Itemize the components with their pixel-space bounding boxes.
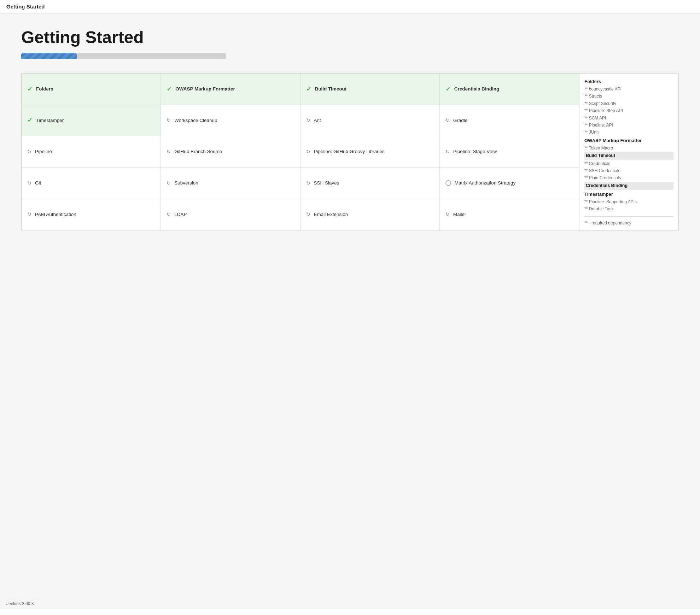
check-icon: ✓ [167, 85, 172, 93]
plugin-cell-mailer[interactable]: ↻Mailer [440, 199, 579, 230]
plugin-cell-matrix-auth[interactable]: Matrix Authorization Strategy [440, 168, 579, 199]
plugin-name: Build Timeout [315, 86, 347, 92]
sidebar-dep: ** Credentials [584, 160, 673, 167]
sync-icon: ↻ [167, 180, 171, 186]
page-title: Getting Started [21, 28, 679, 47]
footer: Jenkins 2.60.3 [0, 598, 700, 609]
check-icon: ✓ [27, 116, 33, 124]
sidebar-dep: ** Structs [584, 93, 673, 100]
check-icon: ✓ [27, 85, 33, 93]
plugin-cell-pipeline-stage-view[interactable]: ↻Pipeline: Stage View [440, 136, 579, 168]
sidebar-dep: ** Pipeline: Step API [584, 107, 673, 114]
header-title: Getting Started [6, 4, 45, 10]
plugin-name: SSH Slaves [314, 180, 339, 186]
sync-icon: ↻ [445, 149, 450, 154]
sidebar-dep: ** Pipeline: API [584, 122, 673, 129]
plugin-cell-build-timeout[interactable]: ✓Build Timeout [301, 74, 440, 105]
main-content: Getting Started ✓Folders✓OWASP Markup Fo… [0, 13, 700, 598]
sync-icon: ↻ [167, 211, 171, 217]
plugin-cell-owasp[interactable]: ✓OWASP Markup Formatter [161, 74, 300, 105]
plugin-cell-subversion[interactable]: ↻Subversion [161, 168, 300, 199]
sidebar-dep: ** Plain Credentials [584, 174, 673, 181]
plugin-name: Workspace Cleanup [174, 117, 217, 124]
plugin-cell-ssh-slaves[interactable]: ↻SSH Slaves [301, 168, 440, 199]
plugin-cell-pipeline-github-groovy[interactable]: ↻Pipeline: GitHub Groovy Libraries [301, 136, 440, 168]
plugin-name: PAM Authentication [35, 211, 76, 218]
plugin-name: Pipeline: GitHub Groovy Libraries [314, 148, 385, 155]
plugin-name: OWASP Markup Formatter [175, 86, 235, 92]
sidebar-section-header: Folders [584, 78, 673, 86]
sidebar-dep: ** Pipeline: Supporting APIs [584, 198, 673, 205]
plugin-cell-credentials-binding[interactable]: ✓Credentials Binding [440, 74, 579, 105]
plugin-cell-pipeline[interactable]: ↻Pipeline [22, 136, 161, 168]
sidebar-dep: ** Script Security [584, 100, 673, 107]
plugin-cell-folders[interactable]: ✓Folders [22, 74, 161, 105]
sync-icon: ↻ [167, 117, 171, 123]
plugin-cell-gradle[interactable]: ↻Gradle [440, 105, 579, 136]
plugin-cell-ldap[interactable]: ↻LDAP [161, 199, 300, 230]
sync-icon: ↻ [306, 211, 310, 217]
plugin-name: Credentials Binding [454, 86, 500, 92]
version-label: Jenkins 2.60.3 [6, 601, 34, 606]
plugin-name: Matrix Authorization Strategy [455, 180, 516, 186]
sidebar-note: ** - required dependency [584, 216, 673, 227]
plugin-area: ✓Folders✓OWASP Markup Formatter✓Build Ti… [21, 73, 679, 230]
sidebar-dep: ** bouncycastle API [584, 86, 673, 93]
plugin-name: Git [35, 180, 41, 186]
sidebar-section-header: OWASP Markup Formatter [584, 137, 673, 145]
sidebar-dep: ** SSH Credentials [584, 167, 673, 174]
progress-bar-fill [21, 53, 77, 59]
plugin-cell-workspace-cleanup[interactable]: ↻Workspace Cleanup [161, 105, 300, 136]
sidebar-dep: ** SCM API [584, 115, 673, 122]
plugin-cell-email-extension[interactable]: ↻Email Extension [301, 199, 440, 230]
sync-icon: ↻ [167, 149, 171, 154]
check-icon: ✓ [445, 85, 451, 93]
plugin-name: Email Extension [314, 211, 348, 218]
check-icon: ✓ [306, 85, 311, 93]
plugin-cell-git[interactable]: ↻Git [22, 168, 161, 199]
sync-icon: ↻ [27, 180, 31, 186]
empty-circle-icon [445, 180, 451, 186]
plugin-name: Mailer [453, 211, 466, 218]
sidebar-dep: ** JUnit [584, 129, 673, 136]
plugin-name: Ant [314, 117, 321, 124]
plugin-grid: ✓Folders✓OWASP Markup Formatter✓Build Ti… [22, 74, 579, 230]
sidebar-section-header: Timestamper [584, 191, 673, 198]
plugin-name: Subversion [174, 180, 198, 186]
plugin-name: LDAP [174, 211, 187, 218]
plugin-cell-github-branch-source[interactable]: ↻GitHub Branch Source [161, 136, 300, 168]
plugin-sidebar: Folders** bouncycastle API** Structs** S… [579, 74, 678, 230]
plugin-name: Timestamper [36, 117, 64, 124]
progress-bar-container [21, 53, 226, 59]
sidebar-highlighted: Build Timeout [584, 152, 673, 160]
plugin-cell-timestamper[interactable]: ✓Timestamper [22, 105, 161, 136]
sidebar-highlighted: Credentials Binding [584, 182, 673, 190]
sidebar-dep: ** Token Macro [584, 145, 673, 152]
sync-icon: ↻ [306, 180, 310, 186]
plugin-name: GitHub Branch Source [174, 148, 222, 155]
sidebar-dep: ** Durable Task [584, 205, 673, 212]
plugin-name: Pipeline: Stage View [453, 148, 497, 155]
plugin-name: Folders [36, 86, 53, 92]
sync-icon: ↻ [445, 117, 450, 123]
plugin-cell-ant[interactable]: ↻Ant [301, 105, 440, 136]
plugin-name: Pipeline [35, 148, 52, 155]
plugin-name: Gradle [453, 117, 468, 124]
sync-icon: ↻ [445, 211, 450, 217]
plugin-cell-pam-auth[interactable]: ↻PAM Authentication [22, 199, 161, 230]
sync-icon: ↻ [306, 149, 310, 154]
sync-icon: ↻ [27, 211, 31, 217]
sync-icon: ↻ [27, 149, 31, 154]
sync-icon: ↻ [306, 117, 310, 123]
header: Getting Started [0, 0, 700, 13]
